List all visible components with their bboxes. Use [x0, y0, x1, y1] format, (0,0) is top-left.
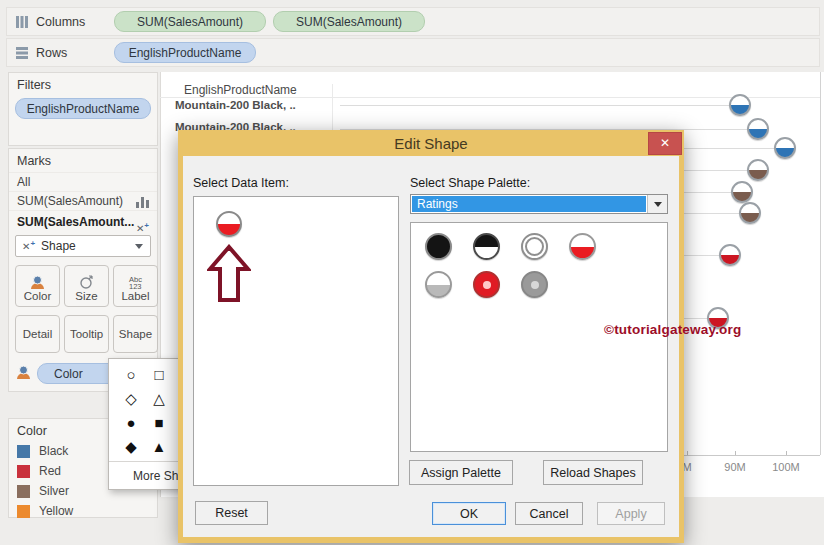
dialog-title: Edit Shape: [178, 130, 684, 156]
chart-mark[interactable]: [731, 181, 753, 203]
rating-shape-half-bottom[interactable]: [425, 271, 452, 298]
pane-right-border: [820, 72, 821, 455]
chart-mark[interactable]: [739, 202, 761, 224]
picker-shape[interactable]: ◇: [120, 388, 142, 410]
data-item-list[interactable]: [193, 196, 399, 486]
select-shape-palette-label: Select Shape Palette:: [410, 176, 530, 190]
rating-shape-open[interactable]: [521, 233, 548, 260]
axis-tick-label: 100M: [772, 461, 800, 473]
close-icon[interactable]: ✕: [648, 132, 682, 155]
watermark: ©tutorialgateway.org: [604, 322, 741, 337]
center-dot: [483, 281, 491, 289]
chart-mark[interactable]: [729, 94, 751, 116]
chart-mark[interactable]: [719, 244, 741, 266]
center-dot: [531, 281, 539, 289]
picker-shape[interactable]: ●: [120, 412, 142, 434]
rating-shape-dot[interactable]: [521, 271, 548, 298]
axis-tick-label: 90M: [724, 461, 745, 473]
reload-shapes-button[interactable]: Reload Shapes: [543, 460, 643, 485]
shape-palette-dropdown[interactable]: Ratings: [410, 194, 668, 214]
shape-palette-grid: [410, 222, 668, 452]
cancel-button[interactable]: Cancel: [515, 502, 583, 525]
picker-shape[interactable]: ◆: [120, 436, 142, 458]
annotation-arrow-up-icon: [207, 244, 251, 304]
picker-shape[interactable]: ■: [148, 412, 170, 434]
dialog-body: Select Data Item: Select Shape Palette: …: [183, 156, 679, 537]
chevron-down-icon[interactable]: [647, 195, 667, 213]
open-ring: [525, 237, 544, 256]
picker-shape[interactable]: △: [148, 388, 170, 410]
picker-shape[interactable]: □: [148, 364, 170, 386]
rating-shape-half-top[interactable]: [473, 233, 500, 260]
apply-button[interactable]: Apply: [597, 502, 665, 525]
chart-mark[interactable]: [747, 118, 769, 140]
rating-shape-half-bottom[interactable]: [569, 233, 596, 260]
shape-palette-selected-value: Ratings: [412, 196, 646, 212]
tableau-window: EnglishProductName Mountain-200 Black, .…: [0, 0, 824, 545]
chart-mark[interactable]: [774, 137, 796, 159]
picker-shape[interactable]: ○: [120, 364, 142, 386]
lollipop-line: [340, 105, 740, 106]
chart-mark[interactable]: [747, 159, 769, 181]
reset-button[interactable]: Reset: [195, 501, 268, 525]
ok-button[interactable]: OK: [432, 502, 506, 525]
assign-palette-button[interactable]: Assign Palette: [409, 460, 513, 485]
select-data-item-label: Select Data Item:: [193, 176, 289, 190]
rating-shape-dot[interactable]: [473, 271, 500, 298]
picker-shape[interactable]: ▲: [148, 436, 170, 458]
rating-shape-filled[interactable]: [425, 233, 452, 260]
data-item-shape[interactable]: [216, 211, 242, 237]
